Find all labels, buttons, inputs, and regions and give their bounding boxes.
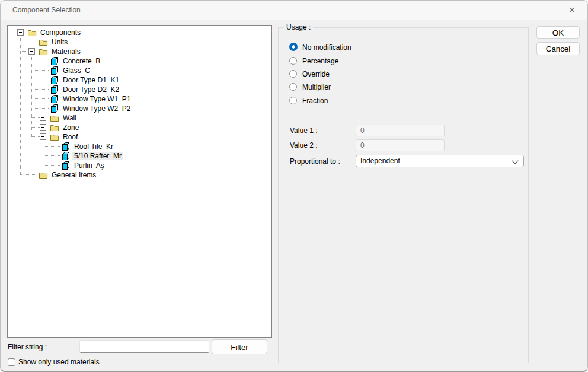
filter-string-input[interactable] (79, 340, 209, 353)
expand-plus-icon[interactable] (40, 124, 46, 131)
tree-item[interactable]: Purlin Aş (8, 161, 271, 170)
tree-guide-line (20, 36, 21, 175)
tree-connector (20, 42, 37, 42)
tree-item-label: Roof Tile Kr (72, 142, 115, 151)
tree-connector (20, 174, 37, 175)
tree-guide-line (31, 55, 32, 137)
expand-plus-icon[interactable] (40, 115, 46, 121)
tree-item[interactable]: Roof (8, 132, 271, 142)
cube-icon (61, 161, 71, 170)
tree-connector (31, 136, 40, 137)
tree-item[interactable]: Materials (8, 47, 271, 56)
radio-icon[interactable] (289, 83, 297, 91)
tree-item[interactable]: Roof Tile Kr (8, 142, 271, 151)
tree-item-label: 5/10 Rafter Mr (72, 152, 123, 160)
tree-item[interactable]: 5/10 Rafter Mr (8, 151, 271, 161)
usage-option-label: Fraction (302, 96, 328, 106)
cube-icon (61, 142, 71, 151)
tree-item-label: Materials (50, 47, 82, 56)
collapse-minus-icon[interactable] (17, 29, 24, 36)
tree-connector (20, 51, 28, 52)
usage-option-label: Percentage (302, 56, 338, 66)
tree-item-label: Wall (61, 114, 78, 122)
close-icon[interactable]: × (561, 1, 583, 19)
value2-input: 0 (356, 139, 445, 151)
tree-connector (43, 146, 60, 147)
tree-item[interactable]: Wall (8, 113, 271, 123)
folder-icon (50, 123, 59, 132)
filter-button[interactable]: Filter (212, 339, 267, 354)
cancel-button[interactable]: Cancel (536, 42, 580, 55)
tree-item[interactable]: Door Type D2 K2 (8, 85, 271, 94)
usage-option-label: Override (302, 69, 330, 79)
tree-connector (31, 80, 49, 80)
tree-item[interactable]: Zone (8, 123, 271, 132)
tree-connector (31, 70, 49, 71)
usage-option-label: No modification (302, 43, 351, 52)
collapse-minus-icon[interactable] (28, 48, 35, 55)
cube-icon (50, 66, 59, 75)
title-bar: Component Selection × (1, 1, 587, 20)
tree-connector (43, 165, 60, 166)
chevron-down-icon (512, 157, 518, 164)
dialog-title: Component Selection (12, 1, 81, 20)
radio-icon[interactable] (289, 57, 297, 65)
tree-item[interactable]: Glass C (8, 66, 271, 75)
tree-item[interactable]: Door Type D1 K1 (8, 75, 271, 85)
component-selection-dialog: Component Selection × ComponentsUnitsMat… (0, 0, 588, 372)
tree-item-label: Door Type D1 K1 (61, 76, 121, 84)
radio-icon[interactable] (289, 70, 297, 78)
cube-icon (50, 104, 59, 113)
cube-icon (50, 75, 59, 85)
component-tree[interactable]: ComponentsUnitsMaterialsConcrete BGlass … (7, 25, 272, 338)
folder-icon (39, 170, 48, 180)
tree-item-label: Glass C (61, 66, 92, 75)
tree-item[interactable]: General Items (8, 170, 271, 180)
cube-icon (50, 85, 59, 94)
tree-connector (43, 155, 60, 156)
tree-guide-line (43, 140, 43, 166)
radio-selected-icon[interactable] (289, 43, 298, 51)
tree-item[interactable]: Concrete B (8, 56, 271, 66)
tree-connector (31, 127, 40, 128)
value2-label: Value 2 : (290, 141, 317, 150)
ok-button[interactable]: OK (536, 26, 580, 39)
proportional-to-dropdown[interactable]: Independent (356, 155, 524, 167)
tree-item-label: Purlin Aş (72, 161, 106, 170)
usage-group-label: Usage : (284, 23, 313, 32)
tree-item-label: Units (50, 38, 69, 46)
proportional-to-value: Independent (360, 157, 400, 165)
tree-item[interactable]: Window Type W1 P1 (8, 94, 271, 104)
show-only-used-checkbox[interactable] (8, 358, 15, 366)
folder-icon (27, 28, 37, 37)
tree-item[interactable]: Units (8, 37, 271, 47)
tree-item-label: General Items (50, 171, 98, 179)
folder-icon (39, 47, 48, 56)
tree-item-label: Window Type W1 P1 (61, 95, 133, 103)
tree-item[interactable]: Window Type W2 P2 (8, 104, 271, 113)
tree-item-label: Window Type W2 P2 (61, 104, 133, 113)
tree-connector (31, 98, 49, 99)
tree-connector (31, 61, 49, 61)
tree-item[interactable]: Components (8, 28, 271, 37)
filter-string-label: Filter string : (8, 342, 47, 352)
value1-input: 0 (356, 125, 445, 136)
radio-icon[interactable] (289, 97, 297, 104)
collapse-minus-icon[interactable] (40, 133, 46, 140)
folder-icon (50, 113, 59, 123)
tree-item-label: Door Type D2 K2 (61, 85, 121, 94)
tree-connector (31, 117, 40, 118)
proportional-to-label: Proportional to : (290, 157, 340, 166)
usage-option-label: Multiplier (302, 82, 331, 92)
tree-item-label: Concrete B (61, 57, 102, 65)
value1-label: Value 1 : (290, 126, 317, 135)
usage-groupbox: Usage : No modificationPercentageOverrid… (278, 27, 529, 363)
tree-connector (31, 108, 49, 109)
tree-item-label: Zone (61, 123, 81, 132)
folder-icon (50, 132, 59, 142)
folder-icon (39, 37, 48, 47)
tree-item-label: Roof (61, 133, 79, 141)
show-only-used-label: Show only used materials (18, 357, 100, 367)
cube-icon (50, 94, 59, 104)
cube-icon (50, 56, 59, 66)
